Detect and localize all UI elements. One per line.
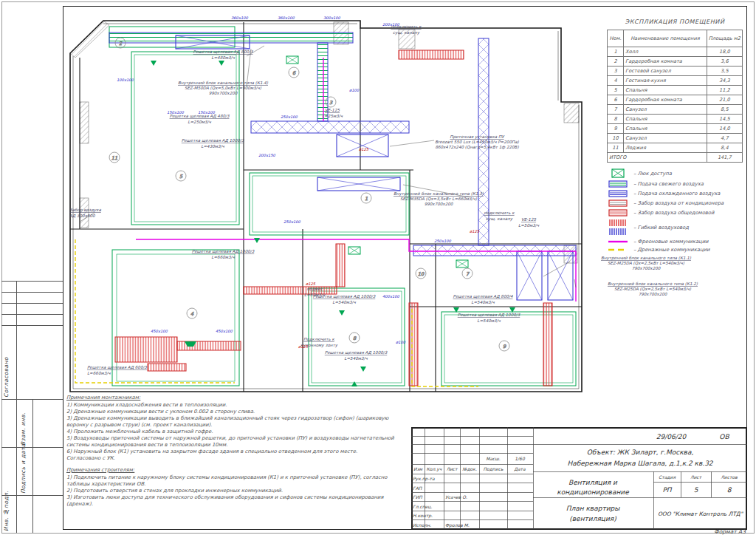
svg-text:200х100: 200х100: [382, 22, 400, 27]
svg-text:Подпись: Подпись: [484, 466, 504, 471]
table-total-row: ИТОГО141,7: [608, 153, 743, 163]
sheet-number: 5: [694, 486, 699, 494]
svg-text:L=540м3/ч: L=540м3/ч: [332, 300, 356, 304]
legend-item: Забор воздуха от кондиционера: [607, 200, 747, 207]
notes-builders: Примечания строителям: 1) Подключить пит…: [66, 467, 405, 508]
svg-text:150х100: 150х100: [198, 110, 216, 115]
svg-text:Внутренний блок канального тип: Внутренний блок канального типа (К1.1): [601, 256, 692, 261]
svg-text:250х100: 250х100: [284, 219, 301, 224]
svg-text:Решетка щелевая АД 600/3: Решетка щелевая АД 600/3: [87, 365, 147, 369]
unit-k13: [317, 177, 400, 191]
room-number: 7: [466, 271, 470, 277]
svg-text:L=50м3/ч: L=50м3/ч: [518, 223, 540, 228]
legend-item: Дренажные коммуникации: [607, 247, 747, 253]
fresh-air-icon: [607, 180, 629, 188]
freon-lines: [136, 58, 576, 301]
svg-text:L=660м3/ч: L=660м3/ч: [211, 255, 235, 259]
table-row: 9Спальня14,0: [608, 124, 743, 134]
table-row: 11Лоджия8,4: [608, 143, 743, 153]
fresh-air-ducts: [109, 33, 353, 121]
svg-text:Лист: Лист: [690, 474, 703, 480]
svg-text:Кол.уч: Кол.уч: [427, 466, 442, 472]
svg-text:ø125: ø125: [298, 344, 309, 349]
svg-text:L=430м3/ч: L=430м3/ч: [201, 144, 224, 149]
object-line1: Объект: ЖК Зиларт, г.Москва,: [587, 449, 694, 456]
table-row: 7Санузел8,5: [608, 105, 743, 115]
scale-label: Масш.: [486, 456, 501, 461]
callout-labels: Забор воздуха АД 300х500 подключить к су…: [69, 24, 540, 348]
svg-text:подключить к: подключить к: [484, 211, 515, 215]
svg-text:ø125: ø125: [306, 282, 316, 286]
executor-name: Фролов М.: [445, 522, 470, 528]
svg-text:Breezart 550 Lux (L=450м3/ч P=: Breezart 550 Lux (L=450м3/ч P=200Па): [435, 140, 519, 144]
doc-date: 29/06/20: [656, 433, 687, 440]
drain-line-icon: [607, 248, 629, 252]
note-line: 1) Коммуникации хладоснабжения вести в т…: [66, 402, 405, 409]
table-row: 5Спальня11,2: [608, 86, 743, 95]
grille-labels: Решетка щелевая АД 800/3L=480м3/ч Решетк…: [87, 50, 520, 375]
room-number: 3: [329, 100, 333, 106]
svg-text:Внутренний блок канального тип: Внутренний блок канального типа (К1.2): [608, 282, 698, 287]
svg-text:450х100: 450х100: [151, 329, 168, 333]
note-line: Согласовано с УК.: [66, 455, 405, 462]
legend-item: Подача свежего воздуха: [607, 180, 747, 188]
note-line: 4) Проложить межблочный кабель в защитно…: [66, 429, 405, 435]
gip-name: Усачев О.: [445, 494, 467, 500]
notes-installers: Примечания монтажникам: 1) Коммуникации …: [66, 395, 405, 462]
legend-item: Гибкий воздуховод: [607, 219, 747, 236]
svg-text:ø100: ø100: [396, 340, 406, 344]
svg-text:Стадия: Стадия: [659, 474, 676, 480]
company-name: ООО "Климат Контроль ЛТД": [658, 511, 744, 517]
svg-text:L=540м3/ч: L=540м3/ч: [344, 356, 368, 361]
svg-text:200х150: 200х150: [258, 153, 276, 157]
svg-text:790х700х200: 790х700х200: [639, 292, 667, 296]
svg-text:L=250м3/ч: L=250м3/ч: [188, 120, 211, 124]
access-hatches: [286, 56, 468, 268]
note-line: 1) Подключить питание к наружному блоку …: [66, 474, 405, 488]
project-line1: Вентиляция и: [568, 479, 618, 486]
svg-text:Решетка щелевая АД 1000/3: Решетка щелевая АД 1000/3: [192, 249, 255, 253]
svg-text:Рук.пр-та: Рук.пр-та: [413, 476, 435, 482]
room-number: 5: [179, 174, 183, 180]
svg-text:Внутренний блок канального тип: Внутренний блок канального типа (К1.4): [178, 81, 269, 86]
scale-value: 1/60: [515, 456, 526, 461]
stamp-podpis-label: Подпись и дата: [20, 449, 27, 494]
svg-text:Решетка щелевая АД 1000/3: Решетка щелевая АД 1000/3: [325, 350, 388, 355]
svg-text:L=60м3/ч: L=60м3/ч: [304, 293, 326, 297]
svg-text:Внутренний блок канального тип: Внутренний блок канального типа (К1.3): [394, 191, 484, 197]
svg-text:Изм: Изм: [413, 466, 423, 471]
svg-text:ø125: ø125: [470, 229, 480, 234]
note-line: 5) Воздуховоды приточной системы от нару…: [66, 435, 405, 449]
svg-text:Н.контр.: Н.контр.: [413, 513, 433, 519]
room-number: 10: [418, 271, 425, 277]
stamp-agreed-label: Согласовано: [3, 331, 10, 398]
title-block: 29/06/20 ОВ Объект: ЖК Зиларт, г.Москва,…: [411, 427, 747, 529]
unit-pu: [337, 134, 388, 157]
object-line2: Набережная Марка Шагала, д.1,к.2 кв.32: [567, 460, 713, 467]
return-common-icon: [607, 209, 629, 217]
svg-text:Дата: Дата: [514, 466, 526, 471]
return-cond-icon: [607, 200, 629, 207]
room-number: 9: [503, 344, 506, 350]
project-line2: кондиционирование: [557, 488, 630, 496]
svg-text:Забор воздуха: Забор воздуха: [69, 208, 101, 213]
svg-text:450х100: 450х100: [216, 329, 233, 333]
room-number: 8: [353, 335, 357, 341]
svg-text:990х700х200: 990х700х200: [425, 202, 453, 206]
freon-line-icon: [607, 239, 629, 244]
notes: Примечания монтажникам: 1) Коммуникации …: [66, 395, 405, 513]
notes-installers-heading: Примечания монтажникам:: [66, 395, 405, 401]
drawing-line1: План квартиры: [566, 505, 621, 512]
svg-text:SEZ-M50DA (Qх=5,0кВт L=900м3/ч: SEZ-M50DA (Qх=5,0кВт L=900м3/ч): [185, 86, 262, 90]
svg-text:№док.: №док.: [462, 466, 477, 471]
svg-text:ø125: ø125: [359, 147, 369, 151]
legend-item: Фреоновые коммуникации: [607, 239, 747, 245]
legend-item: Забор воздуха общедомовой: [607, 209, 747, 217]
room-number: 11: [111, 155, 117, 161]
svg-text:L=540м3/ч: L=540м3/ч: [471, 300, 495, 304]
col-name: Наименование помещения: [624, 30, 707, 47]
svg-text:990х700х200: 990х700х200: [209, 91, 238, 95]
drawing-sheet: Согласовано Взам. инв. Подпись и дата Ин…: [0, 0, 756, 535]
table-row: 4Гостиная-кухня34,3: [608, 76, 743, 86]
stamp-vzam-label: Взам. инв.: [20, 403, 27, 446]
